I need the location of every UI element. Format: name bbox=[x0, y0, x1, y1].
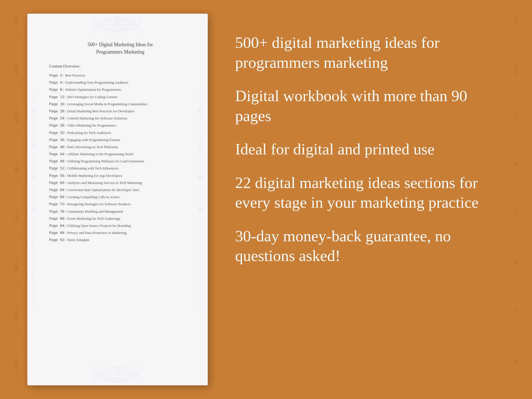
svg-point-16 bbox=[13, 127, 15, 130]
feature-text-1: 500+ digital marketing ideas for program… bbox=[235, 33, 487, 72]
toc-page-number: Page 76: bbox=[49, 209, 66, 213]
toc-page-number: Page 84: bbox=[49, 224, 66, 228]
toc-title: SEO Strategies for Coding Content bbox=[67, 95, 117, 99]
toc-page-number: Page 40: bbox=[49, 145, 66, 149]
toc-page-number: Page 24: bbox=[49, 116, 66, 120]
toc-page-number: Page 4: bbox=[49, 80, 64, 84]
toc-item: Page 88: Privacy and Data Protection in … bbox=[49, 230, 191, 235]
toc-item: Page 36: Engaging with Programming Forum… bbox=[49, 137, 191, 142]
toc-page-number: Page 12: bbox=[49, 95, 66, 99]
svg-point-17 bbox=[18, 133, 20, 135]
side-decoration-left bbox=[30, 90, 38, 309]
toc-item: Page 56: Mobile Marketing for App Develo… bbox=[49, 173, 191, 178]
toc-item: Page 16: Leveraging Social Media in Prog… bbox=[49, 102, 191, 107]
svg-point-60 bbox=[512, 127, 514, 130]
svg-point-61 bbox=[517, 133, 519, 135]
svg-point-28 bbox=[13, 226, 15, 228]
toc-item: Page 32: Podcasting for Tech Audiences bbox=[49, 130, 191, 135]
svg-point-47 bbox=[18, 379, 20, 381]
toc-item: Page 44: Affiliate Marketing in the Prog… bbox=[49, 152, 191, 157]
toc-title: Paid Advertising on Tech Platforms bbox=[67, 145, 118, 149]
toc-item: Page 68: Creating Compelling Calls to Ac… bbox=[49, 195, 191, 200]
svg-point-22 bbox=[13, 177, 15, 179]
toc-page-number: Page 52: bbox=[49, 166, 66, 170]
svg-point-4 bbox=[13, 29, 15, 31]
toc-item: Page 52: Collaborating with Tech Influen… bbox=[49, 166, 191, 171]
svg-point-41 bbox=[18, 330, 20, 332]
feature-text-5: 30-day money-back guarantee, no question… bbox=[235, 226, 487, 266]
toc-page-number: Page 92: bbox=[49, 238, 66, 242]
toc-item: Page 8: Website Optimization for Program… bbox=[49, 87, 191, 92]
svg-point-40 bbox=[13, 324, 15, 326]
toc-page-number: Page 64: bbox=[49, 188, 66, 192]
toc-page-number: Page 68: bbox=[49, 195, 66, 199]
toc-title: Website Optimization for Programmers bbox=[65, 87, 121, 92]
document-title: 500+ Digital Marketing Ideas for Program… bbox=[49, 41, 191, 56]
toc-title: Leveraging Social Media in Programming C… bbox=[67, 102, 147, 106]
toc-title: Mobile Marketing for App Developers bbox=[67, 174, 122, 178]
toc-item: Page 48: Utilizing Programming Webinars … bbox=[49, 159, 191, 164]
svg-point-10 bbox=[13, 78, 15, 80]
svg-point-53 bbox=[517, 34, 519, 37]
toc-title: Analytics and Measuring Success in Tech … bbox=[67, 181, 142, 185]
toc-item: Page 2: Best Practices bbox=[49, 73, 191, 78]
toc-title: Understanding Your Programming Audience bbox=[65, 80, 128, 84]
toc-title: Affiliate Marketing in the Programming N… bbox=[67, 152, 133, 156]
feature-text-4: 22 digital marketing ideas sections for … bbox=[235, 173, 487, 213]
document-panel: 500+ Digital Marketing Ideas for Program… bbox=[27, 14, 208, 385]
svg-point-101 bbox=[199, 274, 201, 277]
side-decoration-right bbox=[197, 90, 205, 309]
toc-title: Community Building and Management bbox=[67, 209, 123, 213]
toc-item: Page 92: Notes Template bbox=[49, 237, 191, 242]
svg-point-46 bbox=[13, 373, 15, 375]
toc-item: Page 80: Event Marketing for Tech Gather… bbox=[49, 216, 191, 221]
toc-title: Privacy and Data Protection in Marketing bbox=[67, 231, 127, 235]
toc-page-number: Page 36: bbox=[49, 138, 66, 142]
toc-title: Video Marketing for Programmers bbox=[67, 123, 116, 127]
toc-page-number: Page 16: bbox=[49, 102, 66, 106]
toc-title: Creating Compelling Calls to Action bbox=[67, 195, 119, 199]
toc-page-number: Page 8: bbox=[49, 87, 64, 92]
svg-point-23 bbox=[18, 182, 20, 184]
toc-item: Page 20: Email Marketing Best Practices … bbox=[49, 109, 191, 114]
toc-title: Podcasting for Tech Audiences bbox=[67, 131, 111, 135]
toc-item: Page 72: Retargeting Strategies for Soft… bbox=[49, 202, 191, 207]
svg-point-29 bbox=[18, 231, 20, 233]
mandala-top-decoration bbox=[90, 16, 145, 33]
toc-item: Page 76: Community Building and Manageme… bbox=[49, 209, 191, 214]
svg-point-5 bbox=[18, 34, 20, 37]
toc-item: Page 64: Conversion Rate Optimization fo… bbox=[49, 187, 191, 192]
content-overview-label: Content Overview: bbox=[49, 64, 191, 69]
feature-text-3: Ideal for digital and printed use bbox=[235, 139, 487, 159]
toc-title: Notes Template bbox=[67, 238, 90, 242]
toc-page-number: Page 56: bbox=[49, 174, 66, 178]
toc-item: Page 60: Analytics and Measuring Success… bbox=[49, 180, 191, 185]
toc-title: Email Marketing Best Practices for Devel… bbox=[67, 109, 135, 113]
svg-point-90 bbox=[32, 274, 34, 277]
toc-title: Utilizing Programming Webinars for Lead … bbox=[67, 159, 144, 163]
toc-item: Page 40: Paid Advertising on Tech Platfo… bbox=[49, 145, 191, 149]
toc-page-number: Page 32: bbox=[49, 131, 66, 135]
svg-point-100 bbox=[199, 242, 201, 244]
table-of-contents: Page 2: Best PracticesPage 4: Understand… bbox=[49, 73, 191, 243]
toc-page-number: Page 20: bbox=[49, 109, 66, 113]
toc-title: Utilizing Open Source Projects for Brand… bbox=[67, 224, 131, 228]
toc-title: Content Marketing for Software Solutions bbox=[67, 116, 127, 120]
toc-page-number: Page 80: bbox=[49, 216, 66, 221]
toc-item: Page 24: Content Marketing for Software … bbox=[49, 116, 191, 121]
features-panel: 500+ digital marketing ideas for program… bbox=[224, 22, 498, 291]
mandala-bottom-decoration bbox=[90, 366, 145, 383]
toc-page-number: Page 60: bbox=[49, 181, 66, 185]
toc-item: Page 28: Video Marketing for Programmers bbox=[49, 123, 191, 128]
svg-point-89 bbox=[32, 242, 34, 244]
toc-page-number: Page 48: bbox=[49, 159, 66, 163]
floral-decoration-right bbox=[499, 0, 532, 399]
toc-item: Page 12: SEO Strategies for Coding Conte… bbox=[49, 95, 191, 99]
svg-point-35 bbox=[18, 280, 20, 283]
toc-title: Conversion Rate Optimization for Develop… bbox=[67, 188, 139, 192]
toc-page-number: Page 72: bbox=[49, 202, 66, 206]
toc-title: Retargeting Strategies for Software Prod… bbox=[67, 202, 131, 206]
feature-text-2: Digital workbook with more than 90 pages bbox=[235, 86, 487, 126]
toc-page-number: Page 88: bbox=[49, 231, 66, 235]
toc-page-number: Page 28: bbox=[49, 123, 66, 127]
